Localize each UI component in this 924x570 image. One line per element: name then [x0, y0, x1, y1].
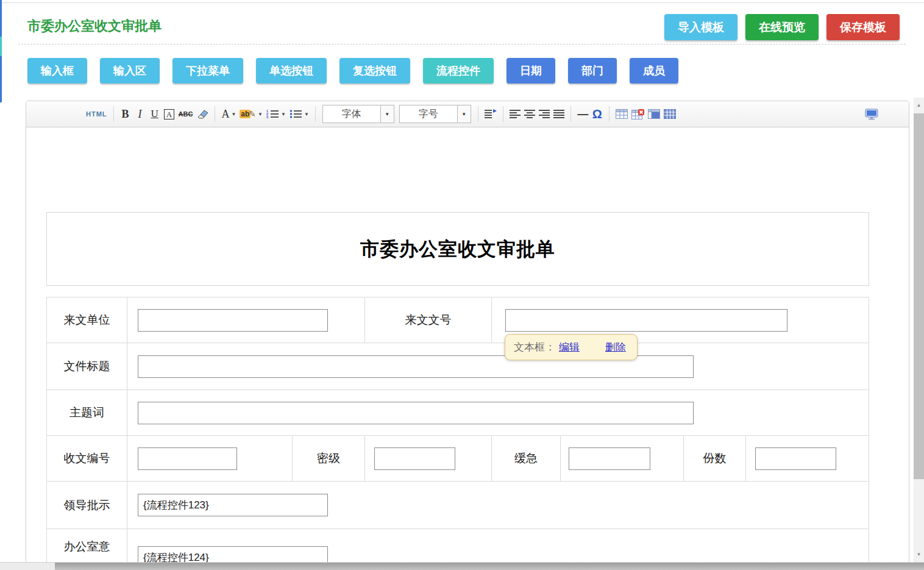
palette-member-button[interactable]: 成员 [630, 58, 678, 84]
palette-dropdown-button[interactable]: 下拉菜单 [172, 58, 243, 84]
indent-button[interactable] [483, 105, 499, 123]
label-subject-words: 主题词 [47, 390, 127, 435]
online-preview-button[interactable]: 在线预览 [745, 14, 819, 40]
delete-control-link[interactable]: 删除 [605, 340, 626, 354]
pencil-icon: ✎ [249, 109, 256, 119]
urgency-input[interactable] [569, 447, 650, 470]
palette-checkbox-button[interactable]: 复选按钮 [339, 58, 410, 84]
font-family-select[interactable]: 字体 ▼ [322, 105, 394, 123]
boxed-a-icon: A [164, 109, 174, 119]
source-unit-input[interactable] [138, 309, 328, 332]
scroll-down-icon[interactable]: ▼ [914, 549, 924, 560]
table-cells-button[interactable] [662, 105, 678, 123]
font-size-select[interactable]: 字号 ▼ [399, 105, 471, 123]
receipt-number-input[interactable] [138, 447, 237, 470]
palette-input-box-button[interactable]: 输入框 [27, 58, 87, 84]
label-urgency: 缓急 [492, 436, 561, 481]
label-copies: 份数 [684, 436, 746, 481]
security-level-input[interactable] [374, 447, 455, 470]
save-template-button[interactable]: 保存模板 [826, 14, 900, 40]
toolbar-separator [609, 106, 609, 122]
edit-control-link[interactable]: 编辑 [559, 340, 580, 354]
dropdown-caret-icon: ▼ [304, 112, 309, 117]
align-center-icon [524, 110, 535, 118]
underline-button[interactable]: U [147, 105, 162, 123]
fullscreen-button[interactable] [863, 105, 880, 123]
page-title: 市委办公室收文审批单 [27, 17, 162, 35]
html-source-button[interactable]: HTML [84, 105, 109, 123]
horizontal-scrollbar-thumb[interactable] [55, 563, 924, 570]
italic-button[interactable]: I [133, 105, 147, 123]
tooltip-label: 文本框： [514, 340, 555, 354]
table-row: 领导批示 [47, 482, 869, 529]
font-style-button[interactable]: A [162, 105, 177, 123]
vertical-scrollbar[interactable]: ▲ ▼ [914, 98, 924, 562]
font-color-button[interactable]: A ▼ [219, 105, 238, 123]
top-divider [0, 2, 924, 3]
palette-radio-button[interactable]: 单选按钮 [256, 58, 327, 84]
unordered-list-button[interactable]: ▼ [288, 105, 311, 123]
cell-source-unit [127, 297, 365, 343]
label-doc-number: 来文文号 [365, 297, 492, 343]
vertical-scrollbar-thumb[interactable] [914, 113, 924, 479]
table-delete-icon [631, 109, 644, 119]
toolbar-separator [113, 106, 114, 122]
align-right-button[interactable] [537, 105, 552, 123]
cell-leader-comments [127, 482, 870, 529]
toolbar-separator [478, 106, 478, 122]
strikethrough-button[interactable]: ABC [177, 105, 195, 123]
document-title: 市委办公室收文审批单 [360, 237, 555, 262]
ordered-list-button[interactable]: 1 2 3 ▼ [265, 105, 288, 123]
leader-comments-input[interactable] [138, 494, 328, 516]
bold-button[interactable]: B [118, 105, 133, 123]
align-justify-icon [553, 110, 564, 118]
action-bar: 导入模板 在线预览 保存模板 [664, 14, 900, 40]
editor-content[interactable]: 市委办公室收文审批单 来文单位 来文文号 文件标题 主题词 [26, 127, 909, 570]
horizontal-scrollbar[interactable] [0, 562, 924, 570]
highlight-button[interactable]: ab ✎ ▼ [238, 105, 265, 123]
insert-table-button[interactable] [614, 105, 630, 123]
table-cell-props-button[interactable] [646, 105, 662, 123]
cell-security-level [365, 436, 492, 481]
toolbar-separator [503, 106, 503, 122]
label-doc-title: 文件标题 [47, 343, 127, 390]
palette-flow-control-button[interactable]: 流程控件 [423, 58, 494, 84]
align-left-button[interactable] [508, 105, 522, 123]
table-row: 收文编号 密级 缓急 份数 [47, 436, 869, 482]
cell-urgency [561, 436, 684, 481]
remove-format-button[interactable] [194, 105, 210, 123]
document-title-row: 市委办公室收文审批单 [46, 212, 869, 286]
eraser-icon [196, 109, 208, 119]
subject-words-input[interactable] [138, 402, 694, 424]
svg-text:3: 3 [266, 115, 268, 119]
doc-number-input[interactable] [505, 309, 787, 332]
import-template-button[interactable]: 导入模板 [664, 14, 737, 40]
font-size-value: 字号 [400, 105, 457, 123]
label-security-level: 密级 [293, 436, 365, 481]
align-center-button[interactable] [522, 105, 537, 123]
special-char-button[interactable]: Ω [590, 105, 605, 123]
dropdown-caret-icon: ▼ [457, 105, 471, 123]
copies-input[interactable] [755, 447, 836, 470]
align-justify-button[interactable] [552, 105, 566, 123]
cell-receipt-number [127, 436, 293, 481]
scroll-up-icon[interactable]: ▲ [914, 100, 924, 110]
toolbar-separator [315, 106, 316, 122]
table-row: 主题词 [47, 390, 869, 436]
palette-date-button[interactable]: 日期 [506, 58, 555, 84]
horizontal-rule-button[interactable]: — [575, 105, 590, 123]
delete-table-button[interactable] [630, 105, 646, 123]
label-receipt-number: 收文编号 [47, 436, 127, 481]
font-family-value: 字体 [323, 105, 380, 123]
dropdown-caret-icon: ▼ [231, 112, 236, 117]
palette-input-area-button[interactable]: 输入区 [100, 58, 160, 84]
dropdown-caret-icon: ▼ [258, 112, 263, 117]
table-cell-props-icon [648, 109, 660, 119]
cell-doc-title [127, 343, 870, 390]
toolbar-separator [570, 106, 571, 122]
palette-department-button[interactable]: 部门 [568, 58, 617, 84]
editor-toolbar: HTML B I U A ABC A ▼ ab ✎ ▼ [26, 101, 909, 127]
toolbar-separator [215, 106, 215, 122]
align-left-icon [510, 110, 521, 118]
table-icon [616, 109, 628, 119]
